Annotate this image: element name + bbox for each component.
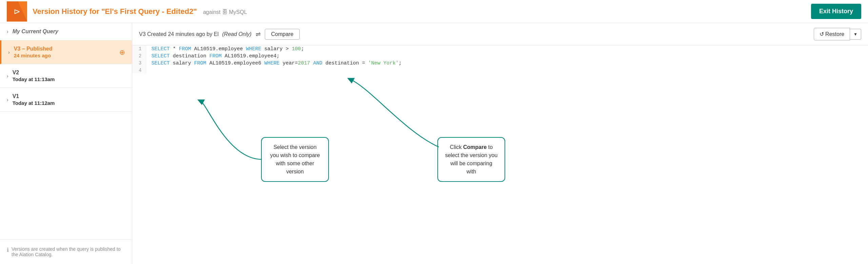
compare-button[interactable]: Compare — [265, 29, 300, 40]
line-number-3: 3 — [132, 60, 146, 67]
main-layout: › My Current Query › V3 – Published 24 m… — [0, 23, 868, 264]
restore-area: ↺ Restore ▼ — [814, 28, 861, 40]
v1-content: V1 Today at 11:12am — [13, 93, 125, 106]
sidebar-item-v2[interactable]: › V2 Today at 11:13am — [0, 64, 132, 88]
readonly-label: (Read Only) — [222, 31, 251, 37]
current-query-label: My Current Query — [13, 29, 125, 35]
tooltip-right: Click Compare to select the version you … — [437, 137, 505, 182]
line-code-2: SELECT destination FROM AL10519.employee… — [146, 53, 868, 60]
exit-history-button[interactable]: Exit History — [811, 4, 861, 19]
v1-subtitle: Today at 11:12am — [13, 100, 125, 106]
v2-content: V2 Today at 11:13am — [13, 70, 125, 82]
version-label-text: V3 Created 24 minutes ago by El — [139, 31, 219, 37]
sidebar-item-v1[interactable]: › V1 Today at 11:12am — [0, 88, 132, 112]
current-query-content: My Current Query — [13, 29, 125, 35]
v3-content: V3 – Published 24 minutes ago — [14, 46, 115, 58]
chevron-icon-v1: › — [7, 97, 8, 102]
v2-subtitle: Today at 11:13am — [13, 76, 125, 82]
title-text: Version History for "El's First Query - … — [33, 7, 197, 16]
page-title: Version History for "El's First Query - … — [33, 7, 811, 16]
restore-button[interactable]: ↺ Restore — [814, 28, 850, 40]
logo: ⊳ — [7, 1, 27, 22]
version-label: V3 Created 24 minutes ago by El (Read On… — [139, 31, 252, 37]
chevron-icon: › — [7, 29, 8, 34]
line-code-1: SELECT * FROM AL10519.employee WHERE sal… — [146, 45, 868, 53]
line-number-4: 4 — [132, 67, 146, 74]
tooltip-left-text: Select the version you wish to compare w… — [270, 144, 320, 174]
info-icon: ℹ — [7, 247, 9, 253]
line-code-4 — [146, 67, 868, 74]
db-icon: 🗄 — [222, 9, 229, 15]
code-table: 1SELECT * FROM AL10519.employee WHERE sa… — [132, 45, 868, 74]
code-line-4: 4 — [132, 67, 868, 74]
chevron-icon-v2: › — [7, 73, 8, 79]
restore-dropdown-button[interactable]: ▼ — [850, 29, 861, 40]
v1-title: V1 — [13, 93, 125, 99]
tooltip-right-text: Click Compare to select the version you … — [445, 144, 498, 174]
sidebar: › My Current Query › V3 – Published 24 m… — [0, 23, 132, 264]
line-number-1: 1 — [132, 45, 146, 53]
code-line-1: 1SELECT * FROM AL10519.employee WHERE sa… — [132, 45, 868, 53]
v3-subtitle: 24 minutes ago — [14, 53, 115, 58]
line-code-3: SELECT salary FROM AL10519.employee6 WHE… — [146, 60, 868, 67]
code-line-2: 2SELECT destination FROM AL10519.employe… — [132, 53, 868, 60]
version-header: V3 Created 24 minutes ago by El (Read On… — [132, 23, 868, 45]
sidebar-info: ℹ Versions are created when the query is… — [0, 239, 132, 264]
v3-title: V3 – Published — [14, 46, 115, 52]
info-text: Versions are created when the query is p… — [12, 246, 125, 257]
code-area: 1SELECT * FROM AL10519.employee WHERE sa… — [132, 45, 868, 264]
content-area: V3 Created 24 minutes ago by El (Read On… — [132, 23, 868, 264]
tooltip-left: Select the version you wish to compare w… — [261, 137, 329, 182]
v2-title: V2 — [13, 70, 125, 76]
plus-circle-icon: ⊕ — [119, 48, 125, 56]
chevron-icon-v3: › — [8, 50, 10, 55]
db-name: MySQL — [229, 9, 247, 15]
header: ⊳ Version History for "El's First Query … — [0, 0, 868, 23]
line-number-2: 2 — [132, 53, 146, 60]
logo-icon: ⊳ — [14, 7, 20, 16]
code-line-3: 3SELECT salary FROM AL10519.employee6 WH… — [132, 60, 868, 67]
transfer-icon[interactable]: ⇌ — [256, 31, 261, 38]
sidebar-item-current-query[interactable]: › My Current Query — [0, 23, 132, 40]
against-label: against 🗄 MySQL — [203, 9, 247, 15]
sidebar-item-v3[interactable]: › V3 – Published 24 minutes ago ⊕ — [0, 40, 132, 64]
